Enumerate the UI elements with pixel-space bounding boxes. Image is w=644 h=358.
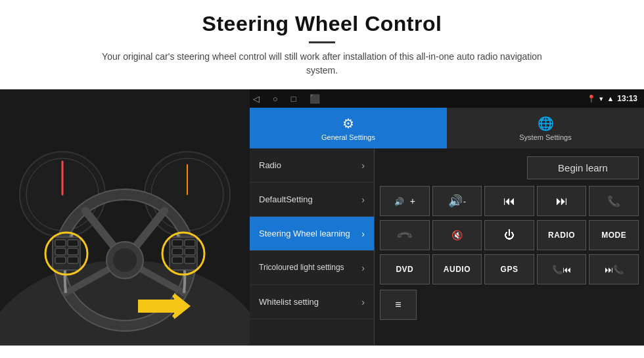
recents-nav-icon[interactable]: □ bbox=[291, 94, 296, 104]
mute-button[interactable]: 🔇 bbox=[432, 220, 482, 250]
svg-rect-27 bbox=[185, 257, 195, 263]
tab-general-label: General Settings bbox=[321, 133, 375, 141]
svg-rect-25 bbox=[185, 240, 195, 246]
chevron-icon-tricolour: › bbox=[361, 263, 365, 273]
svg-rect-20 bbox=[68, 257, 78, 263]
svg-rect-23 bbox=[172, 248, 183, 255]
svg-rect-15 bbox=[55, 240, 66, 246]
right-panel: Begin learn 🔊 + 🔊- ⏮ ⏭ bbox=[375, 148, 644, 346]
android-ui: ◁ ○ □ ⬛ 📍 ▾ ▲ 13:13 ⚙ General Settings 🌐… bbox=[250, 89, 644, 346]
menu-item-steering-wheel[interactable]: Steering Wheel learning › bbox=[250, 217, 374, 251]
back-nav-icon[interactable]: ◁ bbox=[253, 94, 260, 104]
dvd-button[interactable]: DVD bbox=[380, 254, 430, 284]
phone-answer-button[interactable]: 📞 bbox=[589, 186, 639, 216]
signal-icon: ▲ bbox=[607, 95, 614, 102]
control-buttons-row3: DVD AUDIO GPS 📞⏮ ⏭📞 bbox=[380, 254, 639, 284]
wifi-icon: ▾ bbox=[599, 95, 603, 103]
page-title: Steering Wheel Control bbox=[0, 12, 644, 36]
gps-button[interactable]: GPS bbox=[484, 254, 534, 284]
general-settings-icon: ⚙ bbox=[342, 116, 354, 131]
prev-track-button[interactable]: ⏮ bbox=[484, 186, 534, 216]
location-icon: 📍 bbox=[587, 95, 596, 103]
system-settings-icon: 🌐 bbox=[538, 116, 554, 131]
begin-learn-button[interactable]: Begin learn bbox=[527, 156, 639, 179]
phone-prev-button[interactable]: 📞⏮ bbox=[537, 254, 587, 284]
menu-item-whitelist[interactable]: Whitelist setting › bbox=[250, 285, 374, 319]
svg-text:🔊: 🔊 bbox=[394, 196, 404, 206]
menu-item-radio[interactable]: Radio › bbox=[250, 148, 374, 183]
vol-down-button[interactable]: 🔊- bbox=[432, 186, 482, 216]
menu-nav-icon[interactable]: ⬛ bbox=[310, 94, 320, 104]
steering-wheel-svg bbox=[0, 89, 250, 346]
svg-rect-16 bbox=[55, 248, 66, 255]
menu-list: Radio › DefaultSetting › Steering Wheel … bbox=[250, 148, 644, 346]
status-icons: 📍 ▾ ▲ 13:13 bbox=[587, 94, 637, 103]
svg-point-13 bbox=[113, 248, 137, 272]
home-nav-icon[interactable]: ○ bbox=[273, 94, 278, 104]
control-buttons-row2: 📞 🔇 ⏻ RADIO MODE bbox=[380, 220, 639, 250]
svg-rect-26 bbox=[185, 248, 195, 255]
vol-up-button[interactable]: 🔊 + bbox=[380, 186, 430, 216]
svg-rect-24 bbox=[172, 257, 183, 263]
menu-item-tricolour[interactable]: Tricoloured light settings › bbox=[250, 251, 374, 285]
begin-learn-row: Begin learn bbox=[380, 154, 639, 182]
tab-general-settings[interactable]: ⚙ General Settings bbox=[250, 108, 447, 148]
menu-items-panel: Radio › DefaultSetting › Steering Wheel … bbox=[250, 148, 375, 346]
chevron-icon-default: › bbox=[361, 194, 365, 205]
svg-rect-22 bbox=[172, 240, 183, 246]
tab-bar: ⚙ General Settings 🌐 System Settings bbox=[250, 108, 644, 148]
page-description: Your original car's steering wheel contr… bbox=[92, 50, 552, 78]
page-header: Steering Wheel Control Your original car… bbox=[0, 0, 644, 83]
next-track-button[interactable]: ⏭ bbox=[537, 186, 587, 216]
control-buttons-row1: 🔊 + 🔊- ⏮ ⏭ 📞 bbox=[380, 186, 639, 216]
mode-button[interactable]: MODE bbox=[589, 220, 639, 250]
svg-rect-19 bbox=[68, 248, 78, 255]
car-image-area bbox=[0, 89, 250, 346]
menu-item-default-setting[interactable]: DefaultSetting › bbox=[250, 183, 374, 217]
status-bar: ◁ ○ □ ⬛ 📍 ▾ ▲ 13:13 bbox=[250, 89, 644, 108]
phone-next-button[interactable]: ⏭📞 bbox=[589, 254, 639, 284]
tab-system-label: System Settings bbox=[519, 133, 571, 141]
clock: 13:13 bbox=[617, 94, 637, 103]
svg-rect-18 bbox=[68, 240, 78, 246]
chevron-icon-whitelist: › bbox=[361, 297, 365, 307]
chevron-icon-radio: › bbox=[361, 160, 365, 171]
chevron-icon-steering: › bbox=[361, 229, 365, 239]
tab-system-settings[interactable]: 🌐 System Settings bbox=[447, 108, 644, 148]
title-divider bbox=[309, 41, 335, 43]
phone-hangup-button[interactable]: 📞 bbox=[380, 220, 430, 250]
power-button[interactable]: ⏻ bbox=[484, 220, 534, 250]
menu-extra-button[interactable]: ≡ bbox=[380, 290, 417, 320]
main-content: ◁ ○ □ ⬛ 📍 ▾ ▲ 13:13 ⚙ General Settings 🌐… bbox=[0, 89, 644, 346]
svg-rect-17 bbox=[55, 257, 66, 263]
radio-button[interactable]: RADIO bbox=[537, 220, 587, 250]
audio-button[interactable]: AUDIO bbox=[432, 254, 482, 284]
